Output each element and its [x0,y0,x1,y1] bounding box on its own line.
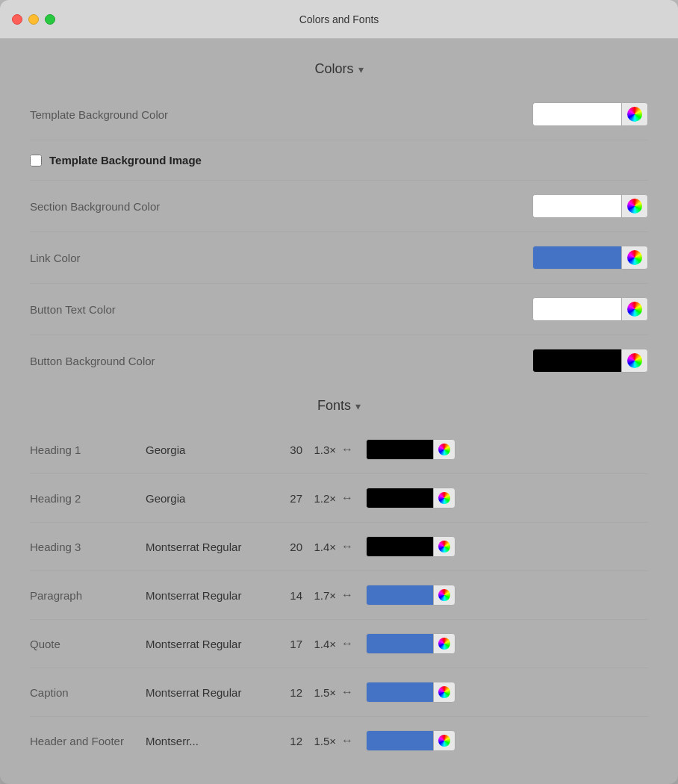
minimize-button[interactable] [28,14,39,25]
heading3-color-picker[interactable] [366,536,455,557]
caption-size: 12 [276,686,302,699]
heading1-wheel-button[interactable] [433,439,455,460]
colors-section-header: Colors ▾ [30,61,648,77]
template-bg-color-wheel-button[interactable] [621,102,648,126]
quote-arrows-icon[interactable]: ↔ [336,637,358,650]
paragraph-size: 14 [276,589,302,602]
button-text-color-picker[interactable] [532,297,648,321]
divider-f4 [30,619,648,620]
fonts-header-label: Fonts [317,398,351,414]
template-bg-image-row: Template Background Image [30,143,648,177]
link-color-label: Link Color [30,252,532,264]
heading1-spacing: 1.3× [302,444,336,456]
color-wheel-icon [438,638,450,650]
button-bg-color-swatch[interactable] [532,349,621,373]
header-footer-size: 12 [276,735,302,747]
paragraph-color-picker[interactable] [366,585,455,606]
color-wheel-icon [438,541,450,553]
caption-color-picker[interactable] [366,682,455,703]
heading3-row: Heading 3 Montserrat Regular 20 1.4× ↔ [30,526,648,567]
caption-swatch[interactable] [366,682,433,703]
header-footer-arrows-icon[interactable]: ↔ [336,734,358,747]
section-bg-color-row: Section Background Color [30,184,648,228]
section-bg-color-swatch[interactable] [532,194,621,218]
heading3-spacing: 1.4× [302,541,336,553]
header-footer-row: Header and Footer Montserr... 12 1.5× ↔ [30,720,648,762]
button-text-color-label: Button Text Color [30,303,532,316]
link-color-swatch[interactable] [532,246,621,270]
template-bg-image-checkbox[interactable] [30,155,42,167]
caption-row: Caption Montserrat Regular 12 1.5× ↔ [30,671,648,713]
divider-1 [30,140,648,140]
heading1-arrows-icon[interactable]: ↔ [336,443,358,456]
heading2-size: 27 [276,492,302,505]
template-bg-color-picker[interactable] [532,102,648,126]
caption-arrows-icon[interactable]: ↔ [336,685,358,699]
quote-spacing: 1.4× [302,638,336,650]
window-title: Colors and Fonts [299,13,379,25]
color-wheel-icon [627,353,642,368]
fonts-rows: Heading 1 Georgia 30 1.3× ↔ Heading 2 Ge… [30,429,648,762]
button-bg-color-wheel-button[interactable] [621,349,648,373]
fonts-chevron-icon[interactable]: ▾ [355,400,361,412]
paragraph-family: Montserrat Regular [146,589,276,602]
heading2-row: Heading 2 Georgia 27 1.2× ↔ [30,477,648,519]
section-bg-color-picker[interactable] [532,194,648,218]
quote-family: Montserrat Regular [146,638,276,650]
quote-size: 17 [276,638,302,650]
caption-wheel-button[interactable] [433,682,455,703]
heading2-swatch[interactable] [366,488,433,508]
heading3-arrows-icon[interactable]: ↔ [336,540,358,553]
button-text-color-row: Button Text Color [30,287,648,332]
color-wheel-icon [627,107,642,122]
divider-f3 [30,570,648,571]
section-bg-color-label: Section Background Color [30,200,532,213]
button-bg-color-row: Button Background Color [30,338,648,383]
header-footer-swatch[interactable] [366,730,433,751]
color-wheel-icon [627,199,642,214]
close-button[interactable] [12,14,22,25]
heading1-color-picker[interactable] [366,439,455,460]
heading1-row: Heading 1 Georgia 30 1.3× ↔ [30,429,648,470]
main-content: Colors ▾ Template Background Color Templ… [0,39,678,784]
heading3-swatch[interactable] [366,536,433,557]
heading3-size: 20 [276,541,302,553]
fonts-section-header: Fonts ▾ [30,398,648,414]
heading2-color-picker[interactable] [366,488,455,508]
paragraph-swatch[interactable] [366,585,433,606]
button-text-color-swatch[interactable] [532,297,621,321]
section-bg-color-wheel-button[interactable] [621,194,648,218]
color-wheel-icon [438,492,450,504]
quote-wheel-button[interactable] [433,633,455,654]
paragraph-label: Paragraph [30,589,146,602]
button-text-color-wheel-button[interactable] [621,297,648,321]
header-footer-family: Montserr... [146,735,276,747]
template-bg-image-label: Template Background Image [49,154,202,167]
header-footer-wheel-button[interactable] [433,730,455,751]
heading2-arrows-icon[interactable]: ↔ [336,491,358,505]
quote-color-picker[interactable] [366,633,455,654]
title-bar: Colors and Fonts [0,0,678,39]
heading1-size: 30 [276,444,302,456]
heading2-wheel-button[interactable] [433,488,455,508]
link-color-picker[interactable] [532,246,648,270]
colors-rows: Template Background Color Template Backg… [30,92,648,383]
paragraph-spacing: 1.7× [302,589,336,602]
paragraph-wheel-button[interactable] [433,585,455,606]
header-footer-label: Header and Footer [30,735,146,747]
header-footer-color-picker[interactable] [366,730,455,751]
colors-header-label: Colors [314,61,353,77]
quote-label: Quote [30,638,146,650]
traffic-lights [12,14,55,25]
maximize-button[interactable] [45,14,55,25]
quote-swatch[interactable] [366,633,433,654]
heading3-wheel-button[interactable] [433,536,455,557]
template-bg-color-swatch[interactable] [532,102,621,126]
colors-chevron-icon[interactable]: ▾ [358,63,364,75]
color-wheel-icon [627,250,642,265]
paragraph-arrows-icon[interactable]: ↔ [336,588,358,602]
color-wheel-icon [438,444,450,455]
button-bg-color-picker[interactable] [532,349,648,373]
link-color-wheel-button[interactable] [621,246,648,270]
heading1-swatch[interactable] [366,439,433,460]
